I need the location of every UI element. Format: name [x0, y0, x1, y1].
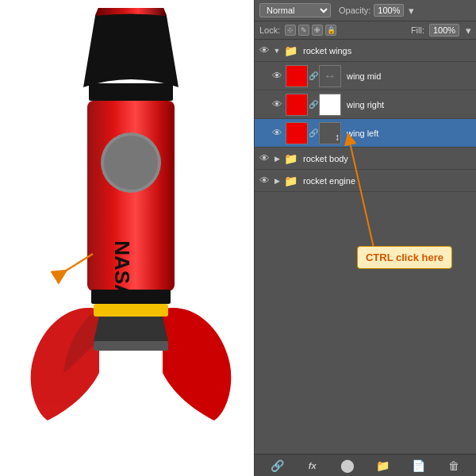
visibility-icon[interactable]: 👁	[271, 70, 283, 83]
ctrl-click-tooltip: CTRL click here	[357, 246, 452, 269]
visibility-icon[interactable]: 👁	[258, 175, 271, 187]
lock-paint-icon[interactable]: ✎	[298, 25, 309, 36]
visibility-icon[interactable]: 👁	[258, 152, 271, 165]
layer-name: rocket engine	[303, 176, 355, 186]
layer-wing-right[interactable]: 👁 🔗 wing right	[255, 90, 476, 119]
opacity-input[interactable]	[374, 4, 404, 17]
blend-opacity-bar: Normal Opacity: ▾	[255, 0, 476, 21]
delete-layer-button[interactable]: 🗑	[445, 457, 463, 474]
layer-wing-mid[interactable]: 👁 🔗 ↔ wing mid	[255, 62, 476, 90]
layer-thumb-color	[286, 94, 308, 116]
link-icon: 🔗	[309, 71, 317, 80]
layer-name: wing left	[347, 129, 378, 138]
mask-button[interactable]: ⬤	[339, 457, 356, 474]
svg-point-5	[104, 136, 158, 190]
thumb-container: 🔗 ↕	[286, 122, 341, 144]
link-icon: 🔗	[309, 129, 317, 137]
blend-mode-select[interactable]: Normal	[259, 3, 331, 17]
visibility-icon[interactable]: 👁	[258, 44, 271, 57]
layer-thumb-mask	[319, 94, 341, 116]
layer-name: rocket body	[303, 154, 348, 163]
layer-rocket-engine-group[interactable]: 👁 ▶ 📁 rocket engine	[255, 170, 476, 192]
lock-all-icon[interactable]: 🔒	[325, 25, 336, 36]
layer-name: wing mid	[347, 71, 381, 81]
layer-rocket-body-group[interactable]: 👁 ▶ 📁 rocket body	[255, 148, 476, 170]
link-icon: 🔗	[309, 100, 317, 109]
fx-button[interactable]: fx	[304, 457, 321, 474]
fill-label: Fill:	[411, 25, 424, 35]
layer-thumb-mask: ↔	[319, 65, 341, 87]
svg-rect-2	[89, 83, 173, 101]
layer-thumb-color	[286, 122, 308, 144]
svg-line-10	[61, 254, 93, 274]
folder-icon: 📁	[283, 174, 298, 188]
layers-panel: Normal Opacity: ▾ Lock: ⊹ ✎ ✙ 🔒 Fill: ▾ …	[254, 0, 476, 476]
lock-pos-icon[interactable]: ⊹	[285, 25, 296, 36]
expand-icon[interactable]: ▶	[273, 155, 281, 163]
visibility-icon[interactable]: 👁	[271, 98, 283, 111]
thumb-container: 🔗	[286, 94, 341, 116]
layer-name: wing right	[347, 100, 384, 109]
layer-rocket-wings-group[interactable]: 👁 ▼ 📁 rocket wings	[255, 40, 476, 62]
svg-rect-8	[94, 304, 168, 317]
lock-move-icon[interactable]: ✙	[312, 25, 323, 36]
layer-thumb-mask: ↕	[319, 122, 341, 144]
opacity-label: Opacity:	[339, 6, 370, 15]
svg-rect-9	[94, 341, 168, 351]
panel-bottom-toolbar: 🔗 fx ⬤ 📁 📄 🗑	[255, 454, 476, 476]
link-layers-button[interactable]: 🔗	[268, 457, 286, 474]
layer-wing-left[interactable]: 👁 🔗 ↕ wing left	[255, 119, 476, 148]
lock-fill-bar: Lock: ⊹ ✎ ✙ 🔒 Fill: ▾	[255, 21, 476, 40]
layer-name: rocket wings	[303, 46, 351, 56]
new-layer-button[interactable]: 📄	[409, 457, 427, 474]
svg-rect-7	[91, 290, 171, 304]
lock-label: Lock:	[259, 25, 280, 35]
expand-icon[interactable]: ▼	[273, 47, 281, 55]
folder-icon: 📁	[283, 44, 298, 58]
folder-icon: 📁	[283, 152, 298, 166]
new-group-button[interactable]: 📁	[374, 457, 392, 474]
fill-input[interactable]	[429, 24, 459, 36]
layer-thumb-color	[286, 65, 308, 87]
thumb-container: 🔗 ↔	[286, 65, 341, 87]
visibility-icon[interactable]: 👁	[271, 127, 283, 140]
expand-icon[interactable]: ▶	[273, 177, 281, 185]
